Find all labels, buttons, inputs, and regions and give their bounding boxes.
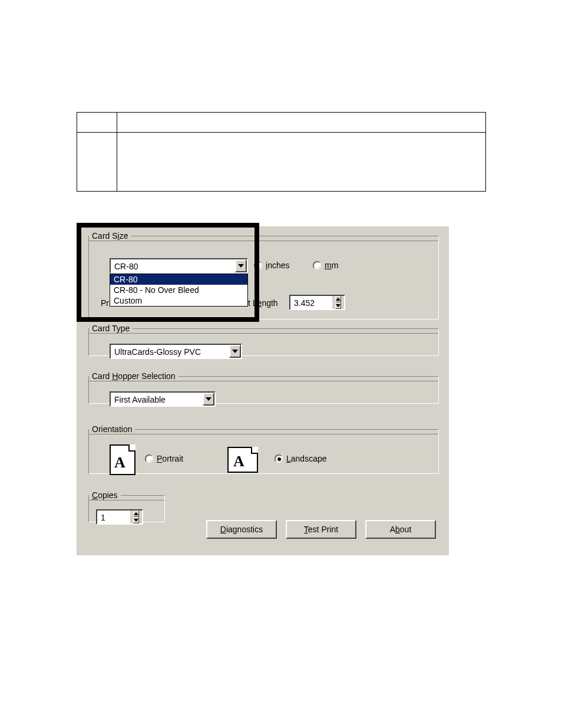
print-length-spinner[interactable]: 3.452 (289, 295, 345, 310)
orientation-landscape-radio[interactable]: Landscape (275, 454, 327, 463)
chevron-down-icon[interactable] (229, 345, 241, 358)
chevron-down-icon[interactable] (235, 259, 247, 272)
orientation-portrait-radio[interactable]: Portrait (145, 454, 183, 463)
units-mm-label: mm (325, 261, 338, 270)
card-size-group: Card Size Pri CR-80 CR-80 CR-80 - No Ove… (88, 231, 439, 319)
landscape-icon: A (227, 447, 258, 473)
orientation-group: Orientation A Portrait A Landscape (88, 424, 439, 474)
copies-group: Copies 1 (88, 490, 165, 522)
portrait-icon: A (110, 444, 135, 475)
card-size-option[interactable]: CR-80 (110, 274, 247, 285)
print-length-label: t Length (248, 298, 278, 308)
card-size-select[interactable]: CR-80 (110, 258, 248, 274)
hopper-select[interactable]: First Available (110, 391, 216, 407)
spinner-down-icon[interactable] (335, 302, 341, 309)
card-size-options[interactable]: CR-80 CR-80 - No Over Bleed Custom (110, 274, 248, 307)
spinner-up-icon[interactable] (133, 510, 139, 517)
units-mm-radio[interactable]: mm (313, 261, 338, 270)
diagnostics-button[interactable]: Diagnostics (206, 520, 277, 539)
card-type-legend: Card Type (89, 324, 133, 333)
card-type-value: UltraCards-Glossy PVC (111, 345, 229, 358)
dialog-panel: Card Size Pri CR-80 CR-80 CR-80 - No Ove… (77, 226, 449, 555)
units-inches-label: inches (266, 261, 289, 270)
info-table (77, 112, 486, 192)
chevron-down-icon[interactable] (203, 393, 214, 406)
hopper-legend: Card Hopper Selection (89, 371, 178, 381)
print-length-value: 3.452 (290, 296, 332, 309)
orientation-legend: Orientation (89, 424, 135, 434)
units-inches-radio[interactable]: inches (254, 261, 289, 270)
orientation-portrait-label: Portrait (157, 454, 183, 463)
spinner-down-icon[interactable] (133, 517, 139, 523)
spinner-up-icon[interactable] (335, 296, 341, 302)
card-type-select[interactable]: UltraCards-Glossy PVC (110, 344, 242, 359)
hopper-group: Card Hopper Selection First Available (88, 371, 439, 404)
card-size-value: CR-80 (111, 259, 235, 272)
orientation-landscape-label: Landscape (286, 454, 327, 463)
copies-spinner[interactable]: 1 (96, 509, 143, 525)
hopper-value: First Available (111, 393, 203, 406)
copies-legend: Copies (89, 490, 121, 500)
about-button[interactable]: About (365, 520, 436, 539)
copies-value: 1 (97, 510, 130, 523)
test-print-button[interactable]: Test Print (286, 520, 356, 539)
card-size-option[interactable]: Custom (110, 295, 247, 306)
card-type-group: Card Type UltraCards-Glossy PVC (88, 324, 439, 356)
card-size-option[interactable]: CR-80 - No Over Bleed (110, 285, 247, 295)
card-size-legend: Card Size (89, 231, 131, 241)
